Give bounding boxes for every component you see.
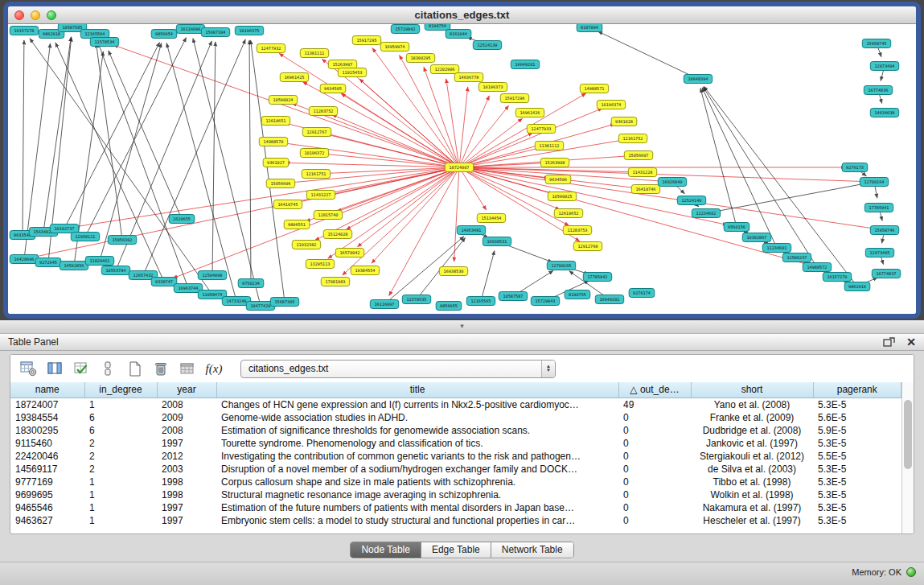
divider-collapse-button[interactable]: ▾	[460, 321, 464, 332]
graph-node[interactable]: 8190754	[425, 24, 450, 31]
graph-node[interactable]: 14634638	[870, 109, 898, 117]
graph-edge[interactable]	[598, 31, 698, 79]
column-header[interactable]: short	[691, 382, 813, 398]
table-row[interactable]: 911546021997Tourette syndrome. Phenomeno…	[10, 437, 901, 450]
graph-node[interactable]: 15687305	[270, 298, 298, 307]
graph-node[interactable]: 11015453	[338, 68, 366, 77]
graph-node[interactable]: 14636778	[454, 73, 483, 82]
graph-node[interactable]: 10196374	[597, 101, 625, 109]
graph-node[interactable]: 13295113	[306, 260, 334, 269]
graph-node[interactable]: 16938531	[483, 237, 511, 246]
panel-divider[interactable]: ▾	[0, 320, 924, 333]
graph-node[interactable]: 9272945	[35, 258, 61, 267]
graph-node[interactable]: 9361028	[611, 117, 637, 126]
graph-node[interactable]: 12700164	[860, 178, 888, 187]
graph-node[interactable]: 9750234	[238, 279, 264, 288]
graph-node[interactable]: 12165564	[80, 30, 109, 39]
graph-node[interactable]: 9634505	[320, 84, 346, 93]
column-header[interactable]: △ out_de…	[618, 382, 691, 398]
graph-node[interactable]: 9862919	[844, 282, 870, 291]
float-panel-button[interactable]	[883, 337, 895, 348]
close-button[interactable]	[14, 10, 24, 20]
graph-node[interactable]: 15958745	[862, 39, 890, 48]
graph-node[interactable]: 16420696	[10, 255, 38, 264]
graph-node[interactable]: 12958121	[71, 233, 99, 241]
graph-node[interactable]: 10590025	[548, 192, 576, 201]
graph-node[interactable]: 11431228	[628, 168, 656, 177]
graph-node[interactable]: 15124028	[323, 230, 351, 239]
graph-node[interactable]: 16774837	[872, 270, 900, 278]
graph-edge[interactable]	[454, 167, 459, 262]
graph-edge[interactable]	[249, 40, 251, 283]
graph-node[interactable]: 15917296	[500, 94, 528, 103]
graph-node[interactable]: 15856302	[108, 236, 136, 245]
graph-edge[interactable]	[700, 89, 737, 227]
graph-node[interactable]: 16410745	[273, 200, 302, 209]
graph-edge[interactable]	[424, 67, 459, 167]
delete-icon[interactable]	[151, 359, 170, 378]
graph-edge[interactable]	[706, 183, 864, 213]
graph-node[interactable]: 15263907	[328, 60, 356, 69]
graph-edge[interactable]	[23, 40, 24, 235]
graph-node[interactable]: 12477932	[257, 44, 285, 53]
graph-node[interactable]: 9634506	[545, 175, 571, 184]
graph-node[interactable]: 14988571	[580, 84, 608, 93]
network-selector-dropdown[interactable]: citations_edges.txt ▲▼	[240, 360, 556, 378]
graph-node[interactable]: 12524139	[473, 41, 501, 50]
graph-edge[interactable]	[481, 251, 495, 301]
graph-edge[interactable]	[113, 45, 459, 167]
graph-node[interactable]: 16649202	[595, 295, 623, 304]
graph-edge[interactable]	[98, 43, 188, 288]
graph-node[interactable]: 12477933	[527, 125, 555, 134]
table-row[interactable]: 1456911722003Disruption of a novel membe…	[10, 463, 901, 476]
table-row[interactable]: 1872400712008Changes of HCN gene express…	[10, 398, 901, 411]
graph-edge[interactable]	[343, 167, 459, 275]
graph-edge[interactable]	[446, 79, 459, 167]
graph-edge[interactable]	[341, 93, 459, 167]
graph-node[interactable]: 18724007	[445, 163, 473, 172]
graph-node[interactable]: 15917295	[352, 36, 380, 45]
graph-edge[interactable]	[459, 87, 468, 167]
graph-node[interactable]: 14953481	[457, 226, 485, 235]
graph-node[interactable]: 16157279	[823, 273, 851, 282]
table-row[interactable]: 1938455462009Genome-wide association stu…	[10, 411, 901, 424]
graph-node[interactable]: 12202906	[430, 65, 458, 74]
graph-node[interactable]: 19384554	[351, 266, 379, 275]
graph-node[interactable]: 16926840	[658, 178, 686, 187]
graph-node[interactable]: 11381111	[300, 49, 328, 58]
zoom-button[interactable]	[47, 10, 56, 20]
graph-edge[interactable]	[24, 43, 51, 259]
graph-node[interactable]: 12165565	[466, 297, 495, 306]
graph-node[interactable]: 17081983	[321, 278, 349, 286]
graph-edge[interactable]	[357, 167, 459, 247]
graph-node[interactable]: 10196372	[300, 149, 328, 158]
graph-node[interactable]: 10196373	[478, 83, 507, 92]
graph-node[interactable]: 12610651	[261, 117, 290, 126]
table-settings-icon[interactable]	[18, 359, 38, 378]
graph-edge[interactable]	[326, 134, 459, 167]
tab-network-table[interactable]: Network Table	[491, 542, 573, 558]
graph-node[interactable]: 18300295	[406, 54, 434, 63]
graph-node[interactable]: 11234602	[692, 209, 720, 218]
graph-node[interactable]: 9338747	[151, 278, 177, 286]
graph-node[interactable]: 9856955	[436, 302, 462, 311]
graph-edge[interactable]	[212, 42, 216, 275]
graph-edge[interactable]	[372, 167, 459, 263]
graph-node[interactable]: 8187004	[577, 24, 602, 32]
graph-node[interactable]: 10196375	[235, 27, 263, 35]
graph-node[interactable]: 8190755	[565, 290, 590, 299]
graph-node[interactable]: 11283753	[563, 226, 591, 235]
column-header[interactable]: in_degree	[84, 382, 157, 398]
graph-node[interactable]: 15263908	[540, 159, 569, 167]
graph-node[interactable]: 9276174	[629, 289, 655, 298]
new-file-icon[interactable]	[125, 359, 144, 378]
select-columns-icon[interactable]	[45, 359, 64, 378]
graph-node[interactable]: 15729843	[531, 297, 559, 306]
graph-node[interactable]: 15729842	[391, 25, 419, 34]
graph-node[interactable]: 8161044	[446, 30, 471, 39]
graph-node[interactable]: 10590024	[269, 96, 297, 105]
graph-edge[interactable]	[459, 105, 508, 167]
graph-node[interactable]: 15056607	[624, 151, 652, 160]
graph-edge[interactable]	[459, 167, 807, 265]
graph-node[interactable]: 17785941	[864, 204, 893, 212]
